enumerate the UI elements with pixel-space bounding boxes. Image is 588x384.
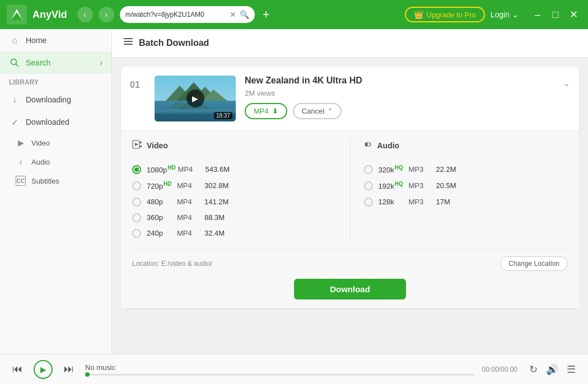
svg-rect-7 — [124, 44, 133, 45]
quality-128k: 128k — [379, 198, 407, 206]
quality-192k: 192kHQ — [379, 181, 407, 190]
progress-dot — [85, 372, 90, 377]
radio-1080p[interactable] — [132, 165, 141, 174]
quality-240p: 240p — [147, 229, 175, 237]
main-layout: ⌂ Home Search › Library ↓ Downloading ✓ … — [0, 29, 588, 354]
sidebar-item-audio[interactable]: ♪ Audio — [0, 152, 111, 171]
svg-rect-22 — [140, 142, 142, 143]
cancel-label: Cancel — [302, 107, 324, 115]
download-button[interactable]: Download — [294, 279, 406, 299]
home-icon: ⌂ — [9, 35, 20, 46]
sidebar-item-downloading[interactable]: ↓ Downloading — [0, 88, 111, 111]
url-text: m/watch?v=8jypK2U1AM0 — [125, 11, 226, 18]
audio-col-icon — [364, 140, 373, 151]
volume-button[interactable]: 🔊 — [544, 362, 560, 377]
radio-720p[interactable] — [132, 181, 141, 190]
minimize-button[interactable]: – — [530, 7, 545, 22]
hq-tag-320k: HQ — [395, 165, 403, 171]
quality-720p: 720pHD — [147, 181, 175, 190]
forward-button[interactable]: › — [99, 7, 114, 22]
video-list: 01 — [112, 58, 588, 354]
cancel-chevron-icon: ⌃ — [328, 107, 333, 115]
sidebar: ⌂ Home Search › Library ↓ Downloading ✓ … — [0, 29, 112, 354]
quality-480p: 480p — [147, 198, 175, 206]
location-text: Location: E:/video & audio/ — [132, 260, 212, 268]
video-info: New Zealand in 4K Ultra HD 2M views MP4 … — [245, 76, 554, 119]
maximize-button[interactable]: □ — [548, 7, 563, 22]
sidebar-item-downloaded[interactable]: ✓ Downloaded — [0, 111, 111, 133]
video-duration: 18:37 — [214, 112, 232, 119]
format-row-480p: 480p MP4 141.2M — [132, 194, 337, 210]
format-panel: Video 1080pHD MP4 543.6M 72 — [121, 130, 579, 308]
sidebar-item-subtitles[interactable]: CC Subtitles — [0, 171, 111, 190]
hq-tag-192k: HQ — [395, 181, 403, 187]
next-button[interactable]: ⏭ — [60, 361, 77, 378]
radio-192k[interactable] — [364, 181, 373, 190]
batch-title: Batch Download — [139, 38, 209, 48]
type-240p: MP4 — [177, 229, 202, 237]
audio-format-title: Audio — [364, 140, 568, 154]
radio-320k[interactable] — [364, 165, 373, 174]
player-progress-bar[interactable] — [85, 374, 474, 376]
sidebar-home-label: Home — [26, 36, 46, 45]
new-tab-button[interactable]: + — [263, 7, 270, 22]
mp4-label: MP4 — [254, 107, 269, 115]
sidebar-item-home[interactable]: ⌂ Home — [0, 29, 111, 51]
player-right-controls: ↻ 🔊 ☰ — [525, 362, 579, 377]
player-bar: ⏮ ▶ ⏭ No music 00:00/00:00 ↻ 🔊 ☰ — [0, 354, 588, 384]
video-item-header: 01 — [121, 67, 579, 130]
content-area: Batch Download 01 — [112, 29, 588, 354]
playlist-button[interactable]: ☰ — [563, 362, 579, 377]
cancel-button[interactable]: Cancel ⌃ — [293, 103, 342, 119]
size-192k: 20.5M — [436, 181, 470, 190]
upgrade-button[interactable]: 👑 Upgrade to Pro — [405, 7, 485, 22]
crown-icon: 👑 — [414, 10, 423, 19]
player-time: 00:00/00:00 — [482, 366, 517, 373]
mp4-button[interactable]: MP4 ⬇ — [245, 103, 287, 119]
sidebar-item-search[interactable]: Search › — [0, 51, 111, 74]
radio-128k[interactable] — [364, 198, 373, 207]
play-pause-button[interactable]: ▶ — [34, 360, 53, 379]
sidebar-item-video[interactable]: ▶ Video — [0, 133, 111, 152]
repeat-button[interactable]: ↻ — [525, 362, 541, 377]
login-label: Login — [491, 10, 510, 19]
video-col-label: Video — [147, 141, 168, 150]
radio-480p[interactable] — [132, 198, 141, 207]
quality-320k: 320kHQ — [379, 165, 407, 174]
size-1080p: 543.6M — [206, 165, 239, 174]
type-320k: MP3 — [409, 165, 434, 174]
url-bar: m/watch?v=8jypK2U1AM0 ✕ 🔍 — [120, 6, 255, 23]
app-title: AnyVid — [32, 9, 67, 21]
format-row-320k: 320kHQ MP3 22.2M — [364, 161, 568, 177]
radio-360p[interactable] — [132, 213, 141, 222]
login-button[interactable]: Login ⌄ — [491, 10, 519, 19]
expand-button[interactable]: ⌄ — [563, 76, 570, 88]
size-480p: 141.2M — [204, 198, 238, 206]
type-1080p: MP4 — [178, 165, 203, 174]
download-label: Download — [330, 284, 370, 294]
login-chevron-icon: ⌄ — [512, 10, 519, 19]
size-320k: 22.2M — [436, 165, 470, 174]
format-footer: Location: E:/video & audio/ Change Locat… — [132, 249, 568, 271]
change-location-button[interactable]: Change Location — [500, 256, 568, 271]
url-close-icon[interactable]: ✕ — [230, 10, 236, 19]
back-button[interactable]: ‹ — [77, 7, 93, 22]
format-row-128k: 128k MP3 17M — [364, 194, 568, 210]
download-icon: ⬇ — [272, 107, 278, 115]
titlebar: AnyVid ‹ › m/watch?v=8jypK2U1AM0 ✕ 🔍 + 👑… — [0, 0, 588, 29]
url-search-icon[interactable]: 🔍 — [240, 10, 249, 19]
close-button[interactable]: ✕ — [566, 7, 581, 22]
radio-240p[interactable] — [132, 229, 141, 238]
downloaded-icon: ✓ — [9, 116, 20, 128]
sidebar-search-label: Search — [26, 58, 50, 67]
type-360p: MP4 — [177, 213, 202, 222]
prev-button[interactable]: ⏮ — [9, 361, 26, 378]
sidebar-subtitles-label: Subtitles — [31, 177, 59, 185]
track-name: No music — [85, 363, 474, 372]
change-location-label: Change Location — [508, 260, 559, 268]
item-number: 01 — [130, 76, 146, 90]
svg-rect-8 — [124, 38, 125, 39]
video-thumbnail: ▶ 18:37 — [155, 76, 236, 121]
format-row-240p: 240p MP4 32.4M — [132, 226, 337, 241]
player-track: No music — [85, 363, 474, 376]
